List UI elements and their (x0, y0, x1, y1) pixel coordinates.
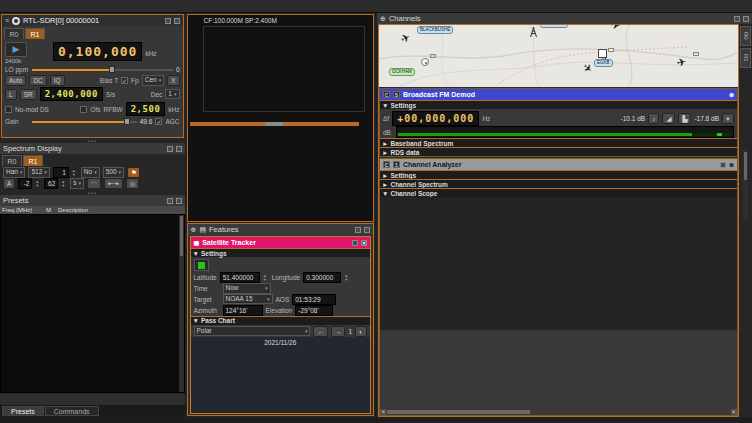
nomod-checkbox[interactable] (5, 106, 12, 113)
shrink-icon[interactable] (720, 162, 726, 168)
channel-scope-section[interactable]: Channel Scope (390, 190, 437, 197)
contrast-button[interactable]: ◐ (355, 326, 367, 337)
collapse-icon[interactable]: ▼ (193, 250, 199, 257)
map-label[interactable] (540, 25, 568, 28)
close-icon[interactable]: ✕ (361, 240, 367, 246)
tab-presets[interactable]: Presets (2, 406, 44, 416)
time-select[interactable]: Now▾ (223, 283, 271, 294)
ndb-marker-icon[interactable] (421, 58, 429, 66)
shrink-icon[interactable] (165, 18, 171, 24)
aircraft-icon[interactable]: ✈ (676, 56, 687, 69)
rfbw-dial[interactable]: 2,500 (126, 102, 166, 116)
spectrum-waterfall-splitter[interactable] (190, 122, 360, 126)
collapse-icon[interactable]: ► (382, 172, 388, 179)
collapse-icon[interactable]: ► (382, 149, 388, 156)
agc-checkbox[interactable]: ✓ (155, 118, 162, 125)
shrink-icon[interactable] (355, 227, 361, 233)
adsb-map[interactable]: ✈ ✈ ✈ ✈ BLACKBUSHE OCKHAM EGKB (379, 25, 738, 87)
ref-level-input[interactable]: -2 (18, 178, 32, 189)
presets-list[interactable] (0, 214, 185, 393)
collapse-icon[interactable]: ► (382, 140, 388, 147)
channels-tab-r1[interactable]: R1 (740, 48, 751, 68)
lock-srate-button[interactable]: L (5, 89, 17, 100)
shrink-icon[interactable] (167, 198, 173, 204)
fft-size-select[interactable]: 512▾ (28, 167, 49, 178)
fft-window-select[interactable]: Han▾ (3, 167, 25, 178)
channel-stream-icon[interactable]: S (393, 91, 400, 98)
clear-button[interactable]: ◎ (126, 178, 140, 189)
refresh-select[interactable]: 500▾ (103, 167, 124, 178)
feature-presets-icon[interactable]: ▤ (199, 226, 206, 234)
latitude-input[interactable]: 51.400000 (220, 272, 260, 283)
waterfall-plot[interactable] (203, 128, 363, 220)
ofs-checkbox[interactable] (80, 106, 87, 113)
shrink-icon[interactable] (167, 146, 173, 152)
scope-trace-plot[interactable] (395, 199, 561, 323)
sr-toggle-button[interactable]: SR (20, 89, 37, 100)
sample-rate-dial[interactable]: 2,400,000 (40, 87, 103, 101)
longitude-input[interactable]: 0.300000 (303, 272, 341, 283)
add-channel-icon[interactable]: ⊕ (380, 15, 386, 23)
decay-curve-button[interactable]: ◠ (87, 178, 101, 189)
iq-correction-button[interactable]: IQ (50, 75, 65, 86)
units-select[interactable]: s▾ (70, 178, 84, 189)
close-icon[interactable]: ⊗ (729, 161, 734, 168)
collapse-icon[interactable]: ► (382, 181, 388, 188)
audio-select-button[interactable]: ▾ (722, 113, 734, 124)
sampling-mode-select[interactable]: Cen▾ (142, 75, 164, 86)
squelch-step-icon[interactable]: ▙ (678, 113, 691, 124)
channel-spectrum-section[interactable]: Channel Spectrum (390, 181, 447, 188)
map-label-ockham[interactable]: OCKHAM (389, 68, 415, 76)
airport-marker-icon[interactable] (598, 49, 607, 58)
device-tab-r1[interactable]: R1 (25, 28, 45, 39)
target-select[interactable]: NOAA 15▾ (223, 294, 273, 305)
start-device-button[interactable]: ▶ (5, 42, 27, 57)
feature-icon[interactable]: ▦ (194, 239, 200, 246)
channels-tab-r0[interactable]: R0 (740, 26, 751, 46)
rds-data-section[interactable]: RDS data (390, 149, 419, 156)
collapse-icon[interactable]: ▼ (193, 317, 199, 324)
radio-tower-icon[interactable] (529, 27, 538, 38)
mute-audio-button[interactable]: ♪ (648, 113, 659, 124)
add-feature-icon[interactable]: ⊕ (191, 226, 197, 234)
channel-settings-icon[interactable]: C (383, 91, 390, 98)
markers-flag-button[interactable]: ⚑ (127, 167, 140, 178)
lo-ppm-slider[interactable] (32, 65, 173, 74)
spectrum-tab-r0[interactable]: R0 (2, 155, 22, 166)
autoscale-button[interactable]: A (3, 178, 15, 189)
shrink-icon[interactable] (734, 16, 740, 22)
chart-view-select[interactable]: Polar▾ (194, 326, 311, 337)
collapse-icon[interactable]: ▼ (382, 190, 388, 197)
scope-xy-plot[interactable] (587, 199, 735, 323)
maximize-icon[interactable] (364, 227, 370, 233)
freeze-button[interactable]: ⇤⇥ (104, 178, 123, 189)
device-tab-r0[interactable]: R0 (4, 28, 24, 39)
avg-mode-select[interactable]: No▾ (81, 167, 100, 178)
analyzer-settings-section[interactable]: Settings (390, 172, 416, 179)
baseband-spectrum-section[interactable]: Baseband Spectrum (390, 140, 453, 147)
dc-block-button[interactable]: DC (29, 75, 46, 86)
maximize-icon[interactable] (174, 18, 180, 24)
prev-pass-button[interactable]: ← (313, 326, 328, 337)
shrink-icon[interactable] (352, 240, 358, 246)
spectrum-plot[interactable] (203, 26, 365, 112)
map-label-egkb[interactable]: EGKB (594, 59, 613, 67)
map-label-blackbushe[interactable]: BLACKBUSHE (417, 26, 453, 34)
delta-f-icon[interactable]: Δf (383, 115, 389, 122)
gain-slider[interactable] (32, 117, 137, 126)
channel-frequency-dial[interactable]: +00,000,000 (392, 111, 479, 126)
range-input[interactable]: 62 (44, 178, 58, 189)
transverter-button[interactable]: X (167, 75, 179, 86)
start-tracker-button[interactable] (194, 259, 209, 271)
hamburger-icon[interactable]: ≡ (5, 17, 9, 24)
center-frequency-dial[interactable]: 0,100,000 (53, 42, 142, 61)
collapse-icon[interactable]: ▼ (382, 102, 388, 109)
auto-correction-button[interactable]: Auto (5, 75, 26, 86)
squelch-ramp-icon[interactable]: ◢ (662, 113, 675, 124)
close-icon[interactable]: ⊗ (729, 91, 734, 98)
averaging-input[interactable]: 1 (53, 167, 69, 178)
maximize-icon[interactable] (743, 16, 749, 22)
vertical-scrollbar[interactable] (743, 150, 748, 220)
channel-stream-icon[interactable]: 1 (393, 161, 400, 168)
presets-scrollbar[interactable] (179, 215, 184, 392)
